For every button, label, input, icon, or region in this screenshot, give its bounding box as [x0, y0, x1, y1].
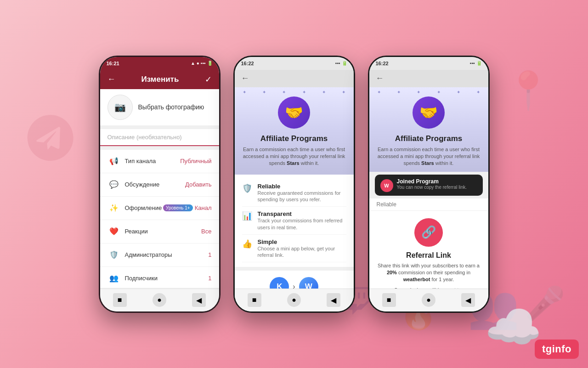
reactions-label: Реакции	[125, 228, 202, 235]
toast-subtitle: You can now copy the referral link.	[397, 185, 467, 190]
phone1-check-button[interactable]: ✓	[205, 74, 212, 85]
phone3-hero: ✦✦✦✦✦✦ 🤝 Affiliate Programs Earn a commi…	[369, 87, 488, 172]
phone2-header: ←	[235, 70, 354, 87]
joined-toast: W Joined Program You can now copy the re…	[375, 175, 483, 196]
phone2-bottom-nav: ■ ● ◀	[235, 289, 354, 311]
phone1-header: ← Изменить ✓	[100, 70, 219, 89]
bg-cloud-icon: ☁️	[485, 300, 542, 354]
subscribers-label: Подписчики	[125, 275, 209, 282]
phone1-bottom-nav: ■ ● ◀	[100, 289, 219, 311]
phone1-content: 📷 Выбрать фотографию Описание (необязате…	[100, 89, 219, 288]
phone2-nav-square[interactable]: ■	[248, 293, 261, 307]
feature-reliable: 🛡️ Reliable Receive guaranteed commissio…	[242, 179, 346, 207]
phone3-handshake-icon: 🤝	[413, 96, 445, 129]
discussion-label: Обсуждение	[125, 181, 186, 188]
phone1-status-icons: ▲ ● ▪▪▪ 🔋	[191, 61, 213, 66]
menu-item-reactions[interactable]: ❤️ Реакции Все	[100, 220, 219, 243]
phone1-title: Изменить	[141, 75, 179, 84]
phone3-back-button[interactable]: ←	[376, 74, 384, 83]
phone1-camera-icon[interactable]: 📷	[107, 95, 133, 120]
subscribers-value: 1	[208, 275, 211, 282]
phone3-time: 16:22	[376, 61, 389, 66]
toast-avatar: W	[380, 179, 393, 192]
phone2-status-bar: 16:22 ▪▪▪ 🔋	[235, 57, 354, 70]
phone-1: 16:21 ▲ ● ▪▪▪ 🔋 ← Изменить ✓ 📷 Выбрать ф…	[99, 56, 220, 313]
phone1-photo-label[interactable]: Выбрать фотографию	[138, 103, 204, 111]
phone2-back-button[interactable]: ←	[241, 74, 249, 83]
reliable-desc: Receive guaranteed commissions for spend…	[258, 190, 346, 203]
sparkles-deco: ✦✦✦✦✦✦	[235, 90, 354, 95]
feature-transparent: 📊 Transparent Track your commissions fro…	[242, 207, 346, 235]
phone1-menu-section: 📢 Тип канала Публичный 💬 Обсуждение Доба…	[100, 150, 219, 288]
phone2-nav-back[interactable]: ◀	[327, 293, 340, 307]
phone1-nav-back[interactable]: ◀	[192, 293, 206, 307]
reactions-icon: ❤️	[107, 225, 120, 238]
channel-type-icon: 📢	[107, 155, 120, 168]
discussion-value: Добавить	[185, 181, 211, 188]
discussion-icon: 💬	[107, 178, 120, 191]
phone2-features: 🛡️ Reliable Receive guaranteed commissio…	[235, 175, 354, 267]
reliable-title: Reliable	[258, 183, 346, 190]
phone3-header: ←	[369, 70, 488, 87]
phone1-nav-square[interactable]: ■	[113, 293, 127, 307]
transparent-title: Transparent	[258, 210, 346, 217]
design-value: Канал	[195, 204, 212, 211]
phone2-hero: ✦✦✦✦✦✦ 🤝 Affiliate Programs Earn a commi…	[235, 87, 354, 175]
phone-3: 16:22 ▪▪▪ 🔋 ← ✦✦✦✦✦✦ 🤝 Affiliate Program…	[368, 56, 490, 313]
phone3-bottom-nav: ■ ● ◀	[369, 289, 488, 311]
phone1-description-field[interactable]: Описание (необязательно)	[100, 129, 219, 146]
menu-item-admins[interactable]: 🛡️ Администраторы 1	[100, 243, 219, 267]
admins-label: Администраторы	[125, 251, 209, 258]
feature-simple: 👍 Simple Choose a mini app below, get yo…	[242, 235, 346, 263]
phone3-status-icons: ▪▪▪ 🔋	[470, 61, 482, 66]
phone3-affiliate-title: Affiliate Programs	[377, 134, 481, 143]
phone2-nav-circle[interactable]: ●	[287, 293, 301, 307]
tginfo-text: tginfo	[542, 343, 571, 355]
design-icon: ✨	[107, 202, 120, 215]
phone1-avatar-section: 📷 Выбрать фотографию	[100, 89, 219, 125]
reliable-icon: 🛡️	[242, 183, 252, 193]
menu-item-discussion[interactable]: 💬 Обсуждение Добавить	[100, 173, 219, 197]
phone2-affiliate-desc: Earn a commission each time a user who f…	[242, 146, 346, 167]
menu-item-channel-type[interactable]: 📢 Тип канала Публичный	[100, 150, 219, 173]
simple-icon: 👍	[242, 239, 252, 249]
referral-title: Referral Link	[377, 251, 481, 260]
tginfo-badge: tginfo	[535, 340, 579, 359]
phone1-nav-circle[interactable]: ●	[153, 293, 166, 307]
design-badge: Уровень 1+	[163, 204, 193, 211]
simple-desc: Choose a mini app below, get your referr…	[258, 245, 346, 259]
phone2-handshake-icon: 🤝	[278, 96, 310, 129]
program-desc: weatherbot will share 20% of the revenue…	[242, 311, 346, 312]
phone1-description-placeholder: Описание (необязательно)	[107, 134, 182, 141]
reactions-value: Все	[201, 228, 211, 235]
phone1-time: 16:21	[107, 61, 119, 66]
channel-type-label: Тип канала	[125, 158, 181, 164]
bg-telegram-icon	[24, 111, 78, 166]
phones-container: 16:21 ▲ ● ▪▪▪ 🔋 ← Изменить ✓ 📷 Выбрать ф…	[99, 56, 490, 313]
admins-icon: 🛡️	[107, 249, 120, 261]
admins-value: 1	[208, 251, 211, 258]
reliable-partial: Reliable	[369, 198, 488, 211]
transparent-desc: Track your commissions from referred use…	[258, 217, 346, 231]
referral-desc: Share this link with your subscribers to…	[377, 262, 481, 283]
phone2-time: 16:22	[241, 61, 254, 66]
phone2-affiliate-title: Affiliate Programs	[242, 134, 346, 143]
phone3-nav-square[interactable]: ■	[382, 293, 396, 307]
channel-type-value: Публичный	[180, 158, 211, 164]
phone3-nav-back[interactable]: ◀	[461, 293, 475, 307]
phone2-status-icons: ▪▪▪ 🔋	[335, 61, 347, 66]
toast-title: Joined Program	[397, 178, 467, 185]
simple-title: Simple	[258, 238, 346, 245]
phone3-status-bar: 16:22 ▪▪▪ 🔋	[369, 57, 488, 70]
referral-icon: 🔗	[414, 218, 443, 247]
bg-location-icon: 📍	[505, 69, 551, 112]
phone1-back-button[interactable]: ←	[107, 74, 116, 84]
phone3-nav-circle[interactable]: ●	[422, 293, 435, 307]
phone3-affiliate-desc: Earn a commission each time a user who f…	[377, 146, 481, 167]
phone3-sparkles: ✦✦✦✦✦✦	[369, 90, 488, 95]
transparent-icon: 📊	[242, 211, 252, 221]
menu-item-subscribers[interactable]: 👥 Подписчики 1	[100, 267, 219, 288]
menu-item-design[interactable]: ✨ Оформление Уровень 1+ Канал	[100, 197, 219, 220]
design-label: Оформление	[125, 204, 163, 211]
phone-2: 16:22 ▪▪▪ 🔋 ← ✦✦✦✦✦✦ 🤝 Affiliate Program…	[233, 56, 355, 313]
